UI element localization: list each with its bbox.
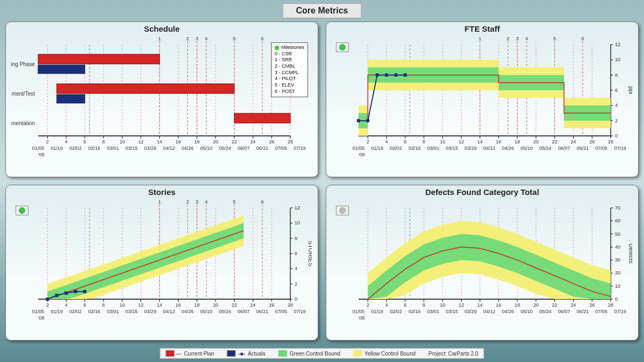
svg-text:28: 28 [608,302,613,308]
svg-text:4: 4 [385,139,388,144]
svg-text:01/19: 01/19 [371,146,384,151]
svg-text:6: 6 [261,199,264,205]
svg-text:22: 22 [232,302,237,308]
svg-text:03/15: 03/15 [446,146,458,151]
svg-text:26: 26 [589,139,595,144]
svg-text:02/16: 02/16 [88,309,100,314]
svg-text:03/29: 03/29 [144,146,157,151]
svg-rect-74 [38,65,85,74]
svg-text:03/01: 03/01 [107,309,119,314]
svg-rect-267 [83,290,86,293]
svg-text:Defects: Defects [628,243,632,264]
schedule-chart: 24681012141618202224262801/0501/1902/020… [11,34,312,168]
svg-rect-263 [46,298,49,301]
svg-text:04/12: 04/12 [163,146,175,151]
svg-rect-266 [74,290,77,293]
svg-text:4: 4 [385,302,388,308]
fte-chart: 24681012141618202224262801/0501/1902/020… [332,34,632,168]
svg-text:10: 10 [615,57,620,62]
svg-text:16: 16 [175,302,181,308]
dashboard-grid: Schedule Milestones 0 - CSR1 - SRR2 - CM… [5,21,639,341]
page-title: Core Metrics [283,3,362,18]
svg-text:22: 22 [552,302,558,308]
svg-text:1: 1 [158,199,161,205]
svg-text:01/05: 01/05 [353,309,365,314]
svg-text:05/24: 05/24 [219,309,231,314]
svg-text:24: 24 [570,302,576,308]
svg-text:10: 10 [120,302,125,308]
global-legend: —Current Plan -■-Actuals Green Control B… [160,348,484,359]
svg-text:03/01: 03/01 [427,309,440,314]
svg-rect-170 [376,74,379,77]
svg-text:'08: '08 [358,152,365,157]
svg-text:2: 2 [295,281,297,287]
svg-text:04/26: 04/26 [502,309,514,314]
svg-line-262 [47,231,244,300]
svg-text:01/19: 01/19 [51,309,63,314]
svg-text:02/02: 02/02 [69,309,82,314]
svg-text:12: 12 [138,302,143,308]
svg-text:6: 6 [581,36,584,41]
svg-text:14: 14 [477,302,482,308]
svg-text:8: 8 [102,139,105,144]
svg-text:6: 6 [295,251,297,256]
svg-text:03/01: 03/01 [107,146,119,151]
svg-text:04/12: 04/12 [483,146,495,151]
svg-text:01/05: 01/05 [32,146,45,151]
svg-text:01/19: 01/19 [51,146,63,151]
svg-text:07/05: 07/05 [595,309,608,314]
svg-text:STORIES: STORIES [308,241,312,266]
svg-text:05/10: 05/10 [200,146,213,151]
svg-rect-265 [64,292,68,295]
svg-text:20: 20 [213,302,218,308]
svg-text:04/26: 04/26 [181,309,194,314]
svg-text:06/07: 06/07 [558,309,570,314]
legend-yellow: Yellow Control Bound [353,350,415,357]
stories-chart: 24681012141618202224262801/0501/1902/020… [11,197,312,331]
svg-text:4: 4 [295,266,297,271]
svg-text:6: 6 [404,302,407,308]
svg-text:2: 2 [46,139,49,144]
svg-text:3: 3 [195,199,198,205]
svg-text:04/12: 04/12 [163,309,175,314]
svg-rect-76 [57,84,235,93]
svg-text:ppl: ppl [628,86,632,95]
svg-text:05/10: 05/10 [521,309,533,314]
svg-text:05/24: 05/24 [539,146,552,151]
svg-text:12: 12 [138,139,143,144]
svg-rect-77 [57,95,85,103]
svg-rect-172 [394,74,398,77]
defects-chart: 24681012141618202224262801/0501/1902/020… [332,197,632,331]
svg-text:8: 8 [102,302,105,308]
svg-text:2: 2 [367,302,369,308]
svg-text:26: 26 [589,302,595,308]
svg-text:4: 4 [525,36,528,41]
svg-text:02/02: 02/02 [69,146,82,151]
legend-current-plan: —Current Plan [166,350,214,357]
svg-text:01/19: 01/19 [371,309,384,314]
svg-text:07/19: 07/19 [294,146,306,151]
svg-text:18: 18 [194,139,200,144]
svg-text:18: 18 [515,139,520,144]
svg-text:07/05: 07/05 [595,146,608,151]
svg-text:01/05: 01/05 [32,309,45,314]
svg-text:10: 10 [295,220,300,226]
svg-text:16: 16 [496,139,501,144]
svg-text:06/21: 06/21 [257,146,269,151]
svg-text:5: 5 [233,199,236,205]
svg-text:2: 2 [46,302,49,308]
panel-defects: Defects Found Category Total 24681012141… [326,185,639,341]
svg-text:6: 6 [404,139,407,144]
panel-schedule: Schedule Milestones 0 - CSR1 - SRR2 - CM… [5,21,318,177]
svg-text:14: 14 [477,139,482,144]
svg-text:26: 26 [269,139,274,144]
svg-text:3: 3 [195,36,198,41]
svg-rect-79 [235,113,290,123]
svg-text:07/19: 07/19 [614,309,626,314]
svg-text:6: 6 [261,36,264,41]
svg-text:28: 28 [288,302,293,308]
svg-text:6: 6 [615,88,618,93]
svg-text:0: 0 [615,133,618,139]
svg-text:04/12: 04/12 [483,309,495,314]
svg-text:2: 2 [186,199,189,205]
